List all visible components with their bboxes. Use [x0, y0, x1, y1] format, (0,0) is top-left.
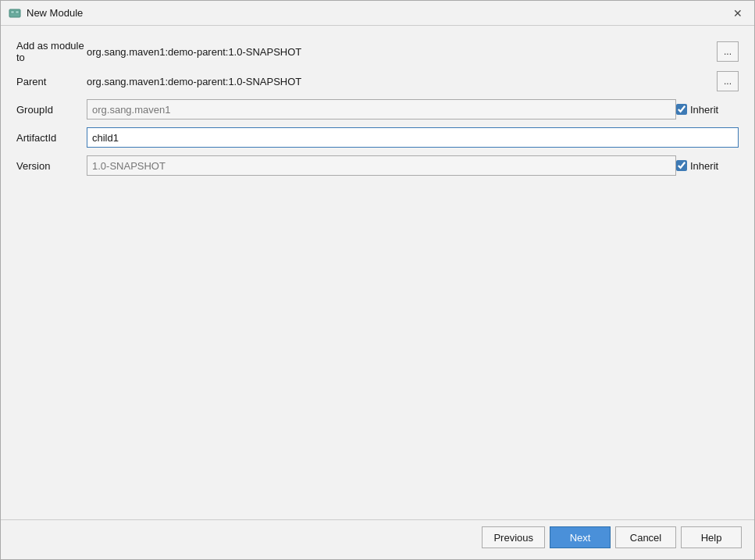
version-label: Version [16, 160, 87, 172]
new-module-dialog: New Module ✕ Add as module to org.sang.m… [0, 0, 755, 560]
module-icon [9, 7, 21, 20]
group-id-inherit-checkbox[interactable] [676, 104, 687, 115]
version-row: Version Inherit [16, 155, 739, 176]
close-button[interactable]: ✕ [729, 5, 746, 22]
add-as-module-row: Add as module to org.sang.maven1:demo-pa… [16, 40, 739, 63]
help-button[interactable]: Help [681, 526, 742, 548]
artifact-id-label: ArtifactId [16, 132, 87, 144]
next-button[interactable]: Next [550, 526, 611, 548]
parent-value: org.sang.maven1:demo-parent:1.0-SNAPSHOT [87, 76, 717, 87]
dialog-title: New Module [27, 7, 83, 19]
group-id-input[interactable] [87, 99, 676, 119]
group-id-row: GroupId Inherit [16, 99, 739, 119]
parent-row: Parent org.sang.maven1:demo-parent:1.0-S… [16, 71, 739, 91]
artifact-id-row: ArtifactId [16, 127, 739, 148]
title-bar: New Module ✕ [1, 1, 754, 26]
title-bar-left: New Module [9, 7, 83, 20]
dialog-content: Add as module to org.sang.maven1:demo-pa… [1, 26, 754, 519]
svg-rect-2 [16, 11, 19, 13]
dialog-footer: Previous Next Cancel Help [1, 519, 754, 559]
version-inherit-wrapper: Inherit [676, 160, 739, 172]
cancel-button[interactable]: Cancel [615, 526, 676, 548]
content-spacer [16, 184, 739, 512]
add-as-module-value: org.sang.maven1:demo-parent:1.0-SNAPSHOT [87, 46, 717, 58]
previous-button[interactable]: Previous [482, 526, 545, 548]
version-inherit-label: Inherit [690, 160, 718, 172]
add-as-module-input-wrapper: org.sang.maven1:demo-parent:1.0-SNAPSHOT [87, 46, 717, 58]
group-id-inherit-label: Inherit [690, 104, 718, 116]
parent-label: Parent [16, 76, 87, 87]
add-as-module-label: Add as module to [16, 40, 87, 63]
parent-input-wrapper: org.sang.maven1:demo-parent:1.0-SNAPSHOT [87, 76, 717, 87]
parent-browse-button[interactable]: ... [717, 71, 739, 91]
add-as-module-browse-button[interactable]: ... [717, 41, 739, 62]
version-input[interactable] [87, 155, 676, 176]
version-inherit-checkbox[interactable] [676, 160, 687, 171]
group-id-inherit-wrapper: Inherit [676, 104, 739, 116]
artifact-id-input[interactable] [87, 127, 739, 148]
svg-rect-1 [11, 11, 14, 13]
group-id-label: GroupId [16, 104, 87, 116]
